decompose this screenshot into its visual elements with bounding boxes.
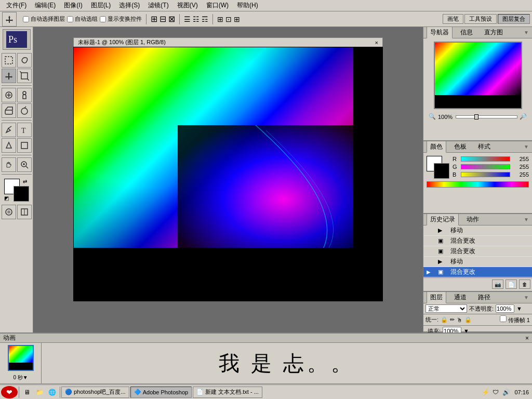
fill-input[interactable] — [443, 327, 461, 332]
r-slider[interactable] — [461, 156, 510, 162]
color-panel-close[interactable]: ▼ — [524, 144, 529, 150]
opacity-input[interactable] — [496, 304, 514, 313]
show-transform-check[interactable]: 显示变换控件 — [100, 15, 142, 23]
b-slider[interactable] — [461, 172, 510, 177]
tray-icon-3[interactable]: 🔊 — [502, 388, 510, 396]
dist-icon-1[interactable]: ⊞ — [217, 15, 223, 23]
transform-icon-1[interactable]: ⊞ — [151, 14, 157, 24]
heal-tool[interactable] — [2, 88, 16, 102]
tab-info[interactable]: 信息 — [457, 27, 476, 38]
taskbar-photoshop[interactable]: 🔷 Adobe Photoshop — [130, 387, 192, 398]
bg-swatch[interactable] — [434, 163, 449, 179]
opacity-dropdown-icon[interactable]: ▼ — [516, 305, 522, 312]
frame-time[interactable]: 0 秒▼ — [13, 374, 28, 381]
menu-select[interactable]: 选择(S) — [115, 0, 144, 11]
crop-tool[interactable] — [17, 69, 32, 83]
navigator-close-btn[interactable]: ▼ — [524, 30, 529, 35]
eraser-tool[interactable] — [2, 103, 16, 118]
menu-edit[interactable]: 编辑(E) — [31, 0, 60, 11]
media-btn[interactable]: 🌐 — [46, 387, 58, 398]
hand-tool[interactable] — [2, 157, 16, 172]
tab-swatches[interactable]: 色板 — [450, 141, 470, 153]
transform-icon-2[interactable]: ⊟ — [159, 14, 166, 24]
align-icon-2[interactable]: ☷ — [193, 15, 200, 23]
fill-dropdown-icon[interactable]: ▼ — [463, 328, 469, 332]
tab-paths[interactable]: 路径 — [474, 291, 494, 303]
auto-select-layer-check[interactable]: 自动选择图层 — [23, 15, 65, 23]
quick-mask-tool[interactable] — [2, 205, 16, 219]
new-doc-btn[interactable]: 📄 — [506, 280, 517, 289]
default-colors-icon[interactable]: ◩ — [4, 195, 10, 202]
tray-icon-2[interactable]: 🛡 — [491, 388, 500, 396]
animation-frame-1[interactable] — [8, 345, 34, 371]
taskbar-photoshop-吧[interactable]: 🔵 photoshop吧_百度... — [61, 387, 129, 398]
pen-tool[interactable] — [2, 123, 16, 137]
brush-preset-btn[interactable]: 画笔 — [443, 14, 463, 24]
menu-image[interactable]: 图像(I) — [60, 0, 86, 11]
move-tool-icon[interactable] — [2, 12, 17, 26]
transform-icon-3[interactable]: ⊠ — [168, 14, 175, 24]
tray-icon-1[interactable]: ⚡ — [481, 388, 489, 396]
show-desktop-btn[interactable]: 🖥 — [21, 387, 33, 398]
zoom-in-icon[interactable]: 🔎 — [520, 113, 527, 120]
zoom-slider[interactable] — [456, 115, 517, 118]
menu-window[interactable]: 窗口(W) — [202, 0, 233, 11]
propagate-check[interactable] — [500, 315, 507, 322]
history-item-1[interactable]: ▶ 移动 — [423, 225, 532, 236]
history-close-btn[interactable]: ▼ — [524, 217, 529, 222]
lasso-tool[interactable] — [17, 53, 32, 68]
lock-icon-4[interactable]: 🔒 — [464, 316, 472, 323]
screen-mode-tool[interactable] — [17, 205, 32, 219]
lock-icon-2[interactable]: ✏ — [450, 316, 455, 323]
lock-icon-3[interactable]: 🖱 — [457, 317, 462, 323]
zoom-tool[interactable] — [17, 157, 32, 172]
blend-mode-select[interactable]: 正常 — [425, 304, 467, 313]
path-select-tool[interactable] — [2, 138, 16, 153]
taskbar-notepad[interactable]: 📄 新建 文本文档.txt - ... — [193, 387, 262, 398]
move-tool[interactable] — [2, 69, 16, 83]
menu-help[interactable]: 帮助(H) — [233, 0, 262, 11]
tab-history[interactable]: 历史记录 — [427, 214, 459, 225]
tab-color[interactable]: 颜色 — [427, 141, 446, 153]
shape-tool[interactable] — [17, 138, 32, 153]
tab-actions[interactable]: 动作 — [463, 214, 483, 225]
tab-layers[interactable]: 图层 — [427, 291, 446, 303]
tab-styles[interactable]: 样式 — [474, 141, 494, 153]
text-tool[interactable]: T — [17, 123, 32, 137]
color-spectrum[interactable] — [427, 181, 529, 188]
lock-icon-1[interactable]: 🔒 — [441, 316, 448, 323]
menu-file[interactable]: 文件(F) — [2, 0, 31, 11]
zoom-out-icon[interactable]: 🔍 — [429, 113, 436, 120]
history-item-2[interactable]: ▣ 混合更改 — [423, 236, 532, 246]
history-item-5[interactable]: ▶ ▣ 混合更改 — [423, 267, 532, 277]
layer-comp-btn[interactable]: 图层复合 — [498, 14, 530, 24]
blur-tool[interactable] — [17, 103, 32, 118]
ie-btn[interactable]: 📁 — [34, 387, 45, 398]
auto-select-group-check[interactable]: 自动选组 — [67, 15, 98, 23]
canvas-close-btn[interactable]: × — [375, 39, 378, 46]
g-slider[interactable] — [461, 164, 510, 169]
swap-colors-icon[interactable]: ⇄ — [23, 179, 29, 185]
tab-channels[interactable]: 通道 — [450, 291, 470, 303]
marquee-tool[interactable] — [2, 53, 16, 68]
anim-close-btn[interactable]: × — [525, 335, 529, 342]
dist-icon-3[interactable]: ⊞ — [234, 15, 240, 23]
align-icon-1[interactable]: ☰ — [184, 15, 191, 23]
new-snapshot-btn[interactable]: 📷 — [492, 280, 503, 289]
start-button[interactable]: ❤ — [1, 386, 18, 398]
align-icon-3[interactable]: ☶ — [202, 15, 208, 23]
menu-view[interactable]: 视图(V) — [173, 0, 202, 11]
history-item-3[interactable]: ▣ 混合更改 — [423, 246, 532, 257]
stamp-tool[interactable] — [17, 88, 32, 102]
history-item-4[interactable]: ▶ 移动 — [423, 257, 532, 267]
background-color[interactable] — [14, 186, 29, 202]
layers-close-btn[interactable]: ▼ — [524, 295, 529, 300]
delete-state-btn[interactable]: 🗑 — [519, 280, 530, 289]
menu-layer[interactable]: 图层(L) — [87, 0, 115, 11]
tab-histogram[interactable]: 直方图 — [481, 27, 507, 38]
tool-preset-btn[interactable]: 工具预设 — [464, 14, 497, 24]
color-picker[interactable]: ⇄ ◩ — [4, 179, 29, 202]
dist-icon-2[interactable]: ⊡ — [225, 15, 232, 23]
menu-filter[interactable]: 滤镜(T) — [144, 0, 172, 11]
tab-navigator[interactable]: 导航器 — [427, 27, 453, 38]
